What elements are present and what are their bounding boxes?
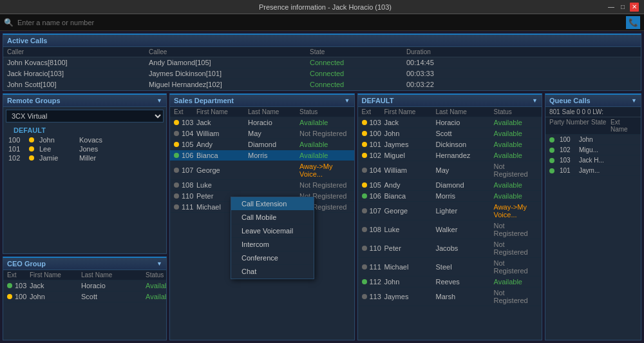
default-rows: 103JackHoracioAvailable100JohnScottAvail… (358, 117, 542, 340)
context-menu-item[interactable]: Chat (231, 265, 314, 279)
sales-row[interactable]: 108LukeNot Registered (170, 180, 354, 191)
remote-groups-label: Remote Groups (7, 97, 61, 104)
ceo-table-header: Ext First Name Last Name Status (3, 270, 166, 280)
default-row[interactable]: 105AndyDiamondAvailable (358, 180, 542, 191)
sales-row[interactable]: 103JackHoracioAvailable (170, 117, 354, 128)
context-menu-item[interactable]: Intercom (231, 238, 314, 251)
default-row[interactable]: 106BiancaMorrisAvailable (358, 191, 542, 202)
sales-dept-header: Sales Department ▼ (170, 95, 354, 107)
remote-group-name: DEFAULT (3, 125, 166, 135)
sales-dept-arrow: ▼ (345, 97, 350, 104)
sales-row[interactable]: 106BiancaMorrisAvailable (170, 150, 354, 161)
remote-groups-dropdown[interactable]: 3CX Virtual (6, 110, 164, 122)
default-row[interactable]: 107GeorgeLighterAway->My Voice... (358, 202, 542, 220)
remote-groups-arrow: ▼ (156, 97, 162, 104)
default-arrow: ▼ (532, 97, 538, 104)
default-row[interactable]: 108LukeWalkerNot Registered (358, 220, 542, 239)
context-menu-item[interactable]: Leave Voicemail (231, 224, 314, 238)
remote-groups-panel: Remote Groups ▼ 3CX Virtual DEFAULT 100J… (3, 93, 167, 254)
ceo-group-arrow: ▼ (156, 260, 162, 267)
queue-row[interactable]: 102Migu... (545, 145, 641, 155)
default-row[interactable]: 101JaymesDickinsonAvailable (358, 139, 542, 150)
ceo-row[interactable]: 100JohnScottAvailable (3, 291, 166, 302)
context-menu-item[interactable]: Call Mobile (231, 211, 314, 224)
ceo-row[interactable]: 103JackHoracioAvailable (3, 280, 166, 291)
active-calls-row[interactable]: John Kovacs[8100]Andy Diamond[105]Connec… (3, 57, 641, 68)
phone-button[interactable]: 📞 (626, 16, 640, 29)
minimize-button[interactable]: — (607, 3, 616, 12)
remote-groups-header: Remote Groups ▼ (3, 95, 166, 107)
close-button[interactable]: ✕ (630, 3, 639, 12)
sales-dept-table-header: Ext First Name Last Name Status (170, 107, 354, 117)
default-panel-header: DEFAULT ▼ (358, 95, 542, 107)
left-column: Remote Groups ▼ 3CX Virtual DEFAULT 100J… (3, 93, 167, 340)
ceo-group-rows: 103JackHoracioAvailable100JohnScottAvail… (3, 280, 166, 302)
remote-group-member[interactable]: 100JohnKovacs (3, 135, 166, 144)
queue-row[interactable]: 100John (545, 135, 641, 145)
active-calls-panel: Active Calls Caller Callee State Duratio… (3, 34, 641, 91)
active-calls-row[interactable]: Jack Horacio[103]Jaymes Dickinson[101]Co… (3, 68, 641, 79)
queue-row[interactable]: 101Jaym... (545, 166, 641, 176)
ceo-group-header: CEO Group ▼ (3, 258, 166, 270)
search-icon: 🔍 (4, 18, 14, 27)
ceo-group-panel: CEO Group ▼ Ext First Name Last Name Sta… (3, 257, 167, 340)
search-input[interactable] (17, 19, 622, 26)
col-caller: Caller (7, 48, 149, 55)
active-calls-table-header: Caller Callee State Duration (3, 47, 641, 57)
window-controls[interactable]: — □ ✕ (607, 3, 639, 12)
main-content: Active Calls Caller Callee State Duratio… (0, 31, 644, 343)
queue-bar-text: 801 Sale 0 0 0 LW: (549, 108, 603, 115)
default-row[interactable]: 103JackHoracioAvailable (358, 117, 542, 128)
sales-row[interactable]: 104WilliamMayNot Registered (170, 128, 354, 139)
default-row[interactable]: 102MiguelHernandezAvailable (358, 150, 542, 161)
col-state: State (310, 48, 406, 55)
context-menu-item[interactable]: Conference (231, 251, 314, 265)
queue-bar: 801 Sale 0 0 0 LW: (545, 107, 641, 117)
remote-group-member[interactable]: 102JamieMiller (3, 153, 166, 162)
context-menu-item[interactable]: Call Extension (231, 197, 314, 211)
sales-row[interactable]: 105AndyDiamondAvailable (170, 139, 354, 150)
active-calls-row[interactable]: John Scott[100]Miguel Hernandez[102]Conn… (3, 79, 641, 90)
remote-group-member[interactable]: 101LeeJones (3, 144, 166, 153)
queue-calls-header: Queue Calls ▼ (545, 95, 641, 107)
queue-calls-label: Queue Calls (549, 97, 591, 104)
titlebar: Presence information - Jack Horacio (103… (0, 0, 644, 14)
queue-table-header: Party Number State Ext Name (545, 117, 641, 135)
queue-calls-arrow: ▼ (631, 97, 637, 104)
sales-row[interactable]: 107GeorgeAway->My Voice... (170, 161, 354, 180)
active-calls-label: Active Calls (7, 37, 47, 44)
queue-calls-panel: Queue Calls ▼ 801 Sale 0 0 0 LW: Party N… (545, 93, 641, 340)
window-title: Presence information - Jack Horacio (103… (44, 3, 607, 11)
queue-row[interactable]: 103Jack H... (545, 155, 641, 166)
sales-dept-label: Sales Department (174, 97, 234, 104)
default-table-header: Ext First Name Last Name Status (358, 107, 542, 117)
ceo-group-label: CEO Group (7, 260, 46, 268)
bottom-panels: Remote Groups ▼ 3CX Virtual DEFAULT 100J… (3, 93, 641, 340)
remote-groups-members: 100JohnKovacs101LeeJones102JamieMiller (3, 135, 166, 162)
default-row[interactable]: 110PeterJacobsNot Registered (358, 239, 542, 258)
queue-rows: 100John102Migu...103Jack H...101Jaym... (545, 135, 641, 340)
col-duration: Duration (406, 48, 637, 55)
default-panel: DEFAULT ▼ Ext First Name Last Name Statu… (357, 93, 543, 340)
active-calls-rows: John Kovacs[8100]Andy Diamond[105]Connec… (3, 57, 641, 90)
default-label: DEFAULT (362, 97, 394, 104)
maximize-button[interactable]: □ (618, 3, 627, 12)
searchbar: 🔍 📞 (0, 14, 644, 31)
active-calls-header: Active Calls (3, 35, 641, 47)
default-row[interactable]: 112JohnReevesAvailable (358, 277, 542, 288)
default-row[interactable]: 100JohnScottAvailable (358, 128, 542, 139)
default-row[interactable]: 113JaymesMarshNot Registered (358, 288, 542, 306)
context-menu: Call ExtensionCall MobileLeave Voicemail… (231, 197, 314, 279)
context-menu-items: Call ExtensionCall MobileLeave Voicemail… (231, 197, 314, 279)
default-row[interactable]: 111MichaelSteelNot Registered (358, 258, 542, 277)
default-row[interactable]: 104WilliamMayNot Registered (358, 161, 542, 180)
col-callee: Callee (149, 48, 310, 55)
